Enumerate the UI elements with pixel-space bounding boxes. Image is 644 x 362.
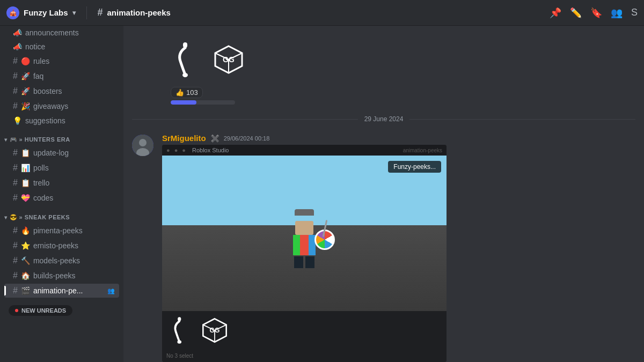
category-hunters-era[interactable]: ▾ 🎮 » HUNTERS ERA (0, 128, 123, 145)
trello-icon: 📋 (21, 179, 30, 187)
rules-icon: 🔴 (21, 57, 30, 65)
header-actions: 📌 ✏️ 🔖 👥 S (550, 7, 638, 19)
hash-icon: # (13, 56, 18, 66)
message-item: SrMiguelito ✖️ 29/06/2024 00:18 ●●● Robl… (123, 131, 644, 362)
server-name-label: Funzy Labs (24, 8, 68, 17)
sidebar-item-label: codes (33, 194, 53, 202)
titlebar: 🎪 Funzy Labs ▾ # animation-peeks 📌 ✏️ 🔖 … (0, 0, 644, 26)
hash-icon: # (13, 86, 18, 96)
codes-icon: 💝 (21, 194, 30, 202)
sidebar-item-builds-peeks[interactable]: # 🏠 builds-peeks (4, 269, 119, 283)
sidebar-item-trello[interactable]: # 📋 trello (4, 176, 119, 190)
sidebar-item-animation-peeks[interactable]: # 🎬 animation-pe... 👥 (4, 284, 119, 298)
avatar (132, 135, 153, 156)
new-unread-button[interactable]: NEW UNREADS (9, 305, 72, 316)
sidebar-item-label: boosters (33, 87, 62, 95)
reaction-bar: 👍 103 (171, 87, 635, 98)
divider-line-right (409, 119, 635, 120)
sidebar-item-label: giveaways (33, 102, 68, 110)
sidebar-item-suggestions[interactable]: 💡 suggestions (4, 114, 119, 127)
svg-text:GG: GG (223, 55, 235, 64)
sidebar-item-rules[interactable]: # 🔴 rules (4, 54, 119, 68)
pin-icon[interactable]: 📌 (550, 7, 561, 19)
channel-name-label: animation-peeks (107, 8, 171, 17)
sidebar-item-giveaways[interactable]: # 🎉 giveaways (4, 99, 119, 113)
partial-logos: GG (132, 36, 635, 83)
title-divider (86, 6, 87, 19)
update-log-icon: 📋 (21, 149, 30, 157)
bookmark-icon[interactable]: 🔖 (590, 7, 602, 19)
channel-header: # animation-peeks (98, 7, 171, 18)
sidebar-item-models-peeks[interactable]: # 🔨 models-peeks (4, 254, 119, 268)
svg-text:GG: GG (209, 327, 219, 334)
sidebar-item-boosters[interactable]: # 🚀 boosters (4, 84, 119, 98)
sidebar-item-notice[interactable]: 📣 notice (4, 40, 119, 53)
category-sneak-peeks[interactable]: ▾ 😎 » SNEAK PEEKS (0, 205, 123, 223)
messages-list: GG 👍 103 (123, 26, 644, 362)
server-icon: 🎪 (6, 6, 19, 19)
faq-icon: 🚀 (21, 72, 30, 80)
embed-snake-logo (169, 315, 191, 345)
hash-icon: # (13, 193, 18, 203)
screenshot-footer: No 3 select (162, 349, 447, 362)
sidebar-item-codes[interactable]: # 💝 codes (4, 191, 119, 205)
partial-message-top: GG 👍 103 (123, 34, 644, 105)
sidebar-item-label: faq (33, 72, 43, 80)
sidebar-item-faq[interactable]: # 🚀 faq (4, 69, 119, 83)
hash-icon: # (13, 256, 18, 265)
sidebar-item-label: pimenta-peeks (33, 226, 83, 235)
sidebar-item-label: models-peeks (33, 256, 80, 265)
sidebar-item-label: notice (25, 42, 45, 51)
server-name[interactable]: 🎪 Funzy Labs ▾ (6, 6, 76, 19)
category-arrow-icon: ▾ (4, 215, 8, 220)
polls-icon: 📊 (21, 164, 30, 172)
progress-bar-bg (171, 100, 235, 105)
hash-icon: # (13, 148, 18, 158)
giveaways-icon: 🎉 (21, 102, 30, 110)
sidebar-item-label: announcements (25, 28, 79, 37)
sidebar-item-announcements[interactable]: 📣 announcements (4, 26, 119, 39)
sidebar-item-label: trello (33, 179, 49, 187)
date-divider-text: 29 June 2024 (364, 115, 404, 123)
message-content: SrMiguelito ✖️ 29/06/2024 00:18 ●●● Robl… (162, 134, 635, 362)
hash-icon: # (13, 71, 18, 81)
overlay-button[interactable]: Funzy-peeks... (388, 161, 441, 173)
new-unread-container: NEW UNREADS (0, 300, 123, 320)
search-label[interactable]: S (631, 7, 638, 18)
hash-icon: # (13, 286, 18, 295)
edit-icon[interactable]: ✏️ (570, 7, 582, 19)
snake-logo (171, 41, 200, 78)
sidebar-item-label: ernisto-peeks (33, 241, 78, 250)
sidebar-item-ernisto-peeks[interactable]: # ⭐ ernisto-peeks (4, 239, 119, 253)
main-layout: 📣 announcements 📣 notice # 🔴 rules # 🚀 f… (0, 26, 644, 362)
category-arrow-icon: ▾ (4, 137, 8, 143)
animation-icon: 🎬 (21, 286, 30, 295)
hash-icon: # (13, 163, 18, 173)
builds-icon: 🏠 (21, 271, 30, 280)
models-icon: 🔨 (21, 256, 30, 265)
hash-icon: # (13, 271, 18, 280)
avatar-image (132, 135, 153, 156)
svg-point-11 (177, 340, 181, 343)
reaction-button[interactable]: 👍 103 (171, 87, 203, 98)
partial-bar (132, 100, 635, 105)
screenshot-title: Roblox Studio (192, 147, 229, 153)
boosters-icon: 🚀 (21, 87, 30, 95)
roblox-character (286, 215, 323, 268)
content-area: GG 👍 103 (123, 26, 644, 362)
embed-cube-logo: GG (200, 315, 229, 345)
sidebar-item-pimenta-peeks[interactable]: # 🔥 pimenta-peeks (4, 224, 119, 238)
screenshot-footer-text: No 3 select (166, 353, 193, 359)
divider-line-left (132, 119, 358, 120)
hash-icon: # (13, 178, 18, 188)
members-icon[interactable]: 👥 (611, 7, 623, 19)
sidebar-item-label: builds-peeks (33, 271, 76, 280)
sidebar-item-update-log[interactable]: # 📋 update-log (4, 146, 119, 160)
logo-row: GG (171, 36, 635, 83)
category-label: 😎 » SNEAK PEEKS (10, 214, 70, 221)
screenshot-titlebar: ●●● Roblox Studio animation-peeks (162, 145, 447, 156)
sidebar-item-label: animation-pe... (33, 286, 83, 295)
sidebar-item-polls[interactable]: # 📊 polls (4, 161, 119, 175)
screenshot-embed: ●●● Roblox Studio animation-peeks (162, 145, 447, 362)
reaction-count: 103 (186, 88, 198, 97)
